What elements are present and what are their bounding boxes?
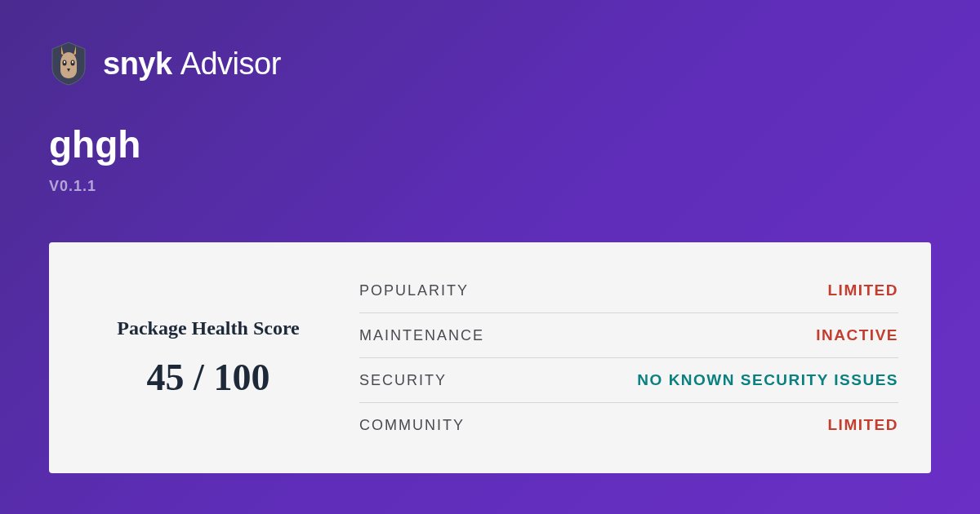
snyk-logo-icon (49, 41, 88, 86)
brand-name: snyk (103, 47, 172, 82)
brand-product: Advisor (180, 47, 281, 82)
metric-label: POPULARITY (359, 282, 469, 299)
metrics-list: POPULARITY LIMITED MAINTENANCE INACTIVE … (359, 268, 898, 447)
metric-value: LIMITED (828, 416, 899, 434)
brand-title: snyk Advisor (103, 47, 281, 82)
metric-value: INACTIVE (816, 326, 898, 344)
metric-value: NO KNOWN SECURITY ISSUES (637, 371, 898, 389)
package-version: V0.1.1 (49, 178, 931, 195)
package-info: ghgh V0.1.1 (49, 122, 931, 195)
svg-point-2 (64, 61, 65, 64)
metric-label: MAINTENANCE (359, 327, 484, 344)
metric-maintenance: MAINTENANCE INACTIVE (359, 313, 898, 358)
header: snyk Advisor (49, 41, 931, 86)
metric-popularity: POPULARITY LIMITED (359, 268, 898, 313)
metric-community: COMMUNITY LIMITED (359, 403, 898, 447)
metric-label: COMMUNITY (359, 417, 465, 434)
health-card: Package Health Score 45 / 100 POPULARITY… (49, 242, 931, 473)
score-value: 45 / 100 (147, 356, 270, 399)
metric-label: SECURITY (359, 372, 447, 389)
metric-value: LIMITED (828, 281, 899, 299)
score-section: Package Health Score 45 / 100 (82, 317, 335, 399)
svg-point-3 (72, 61, 74, 64)
package-name: ghgh (49, 122, 931, 166)
score-label: Package Health Score (117, 317, 300, 339)
metric-security: SECURITY NO KNOWN SECURITY ISSUES (359, 358, 898, 403)
